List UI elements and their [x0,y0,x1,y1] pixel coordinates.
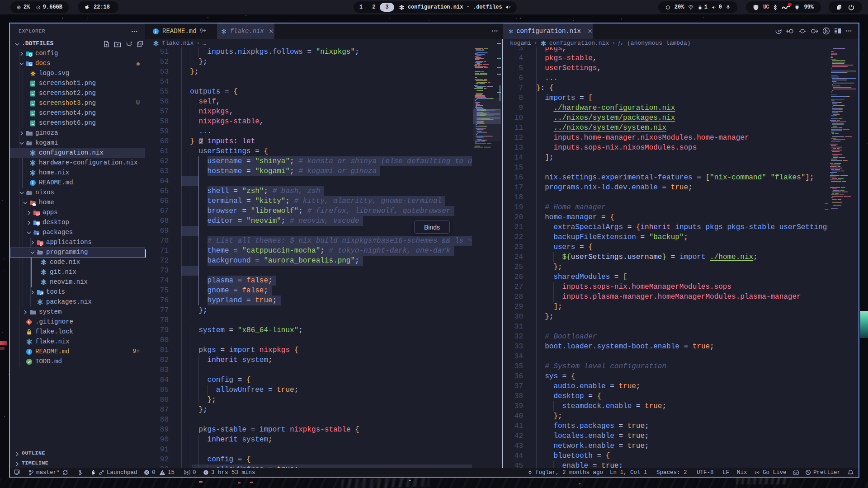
svg-text:f: f [618,41,620,46]
svg-text:x: x [621,42,623,46]
